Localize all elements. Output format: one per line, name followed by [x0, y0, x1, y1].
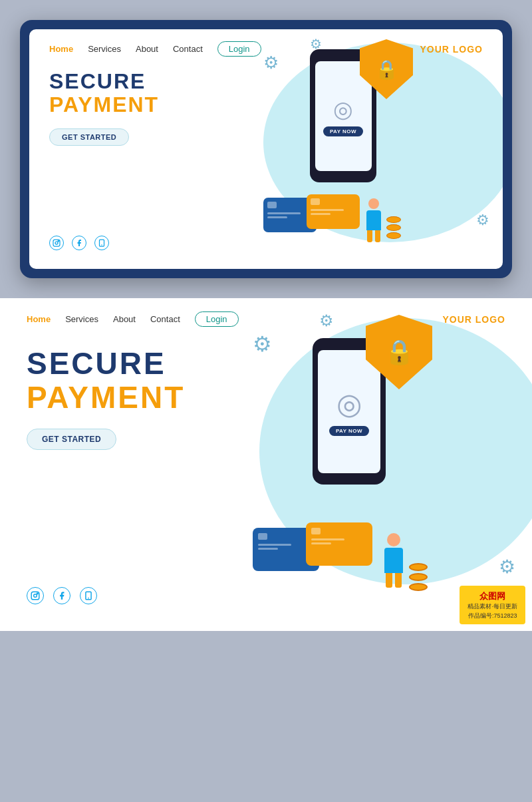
card-line-2: [267, 216, 287, 218]
card-chip-2: [311, 198, 320, 205]
coin-2-1: [409, 563, 428, 571]
nav-logo-bold-1: LOGO: [453, 44, 483, 55]
facebook-icon-2[interactable]: [53, 587, 70, 604]
watermark-id: 作品编号:7512823: [467, 612, 517, 621]
nav-contact-2[interactable]: Contact: [150, 314, 180, 324]
nav-contact-1[interactable]: Contact: [173, 44, 203, 54]
svg-point-1: [55, 242, 58, 244]
credit-card-yellow-1: [307, 194, 360, 229]
card-lines-2: [311, 209, 356, 215]
hero-title-payment-2: PAYMENT: [27, 381, 505, 415]
card-chip-4: [311, 528, 321, 534]
card-wrapper-2: Home Services About Contact Login YOUR L…: [0, 298, 532, 631]
cards-container-1: [263, 198, 360, 232]
person-leg-left-1: [367, 230, 372, 242]
person-illustration-1: [366, 198, 381, 242]
facebook-icon-1[interactable]: [72, 236, 86, 250]
cards-container-2: [253, 528, 372, 571]
nav-about-2[interactable]: About: [113, 314, 136, 324]
nav-services-1[interactable]: Services: [88, 44, 121, 54]
credit-card-yellow-2: [306, 522, 372, 566]
nav-logo-bold-2: LOGO: [475, 314, 505, 325]
navbar-2: Home Services About Contact Login YOUR L…: [0, 298, 532, 335]
get-started-btn-2[interactable]: GET STARTED: [27, 429, 116, 450]
person-leg-left-2: [386, 573, 392, 588]
card-chip-3: [258, 533, 267, 540]
landing-card-2: Home Services About Contact Login YOUR L…: [0, 298, 532, 631]
hero-title-secure-2: SECURE: [27, 347, 505, 381]
person-legs-1: [367, 230, 380, 242]
card-line-3: [311, 209, 344, 211]
person-legs-2: [386, 573, 402, 588]
nav-links-2: Home Services About Contact Login: [27, 311, 239, 327]
card-wrapper-1: Home Services About Contact Login YOUR L…: [20, 20, 512, 278]
hero-title-payment-1: PAYMENT: [49, 93, 483, 116]
instagram-icon-1[interactable]: [49, 236, 64, 250]
card-line-7: [311, 538, 344, 540]
card-line-8: [311, 542, 331, 544]
coin-2-2: [409, 573, 428, 581]
card-lines-1: [267, 212, 313, 218]
coin-2-3: [409, 583, 428, 591]
svg-point-6: [34, 594, 37, 598]
svg-point-2: [58, 241, 59, 242]
nav-logo-1: YOUR LOGO: [420, 44, 483, 55]
nav-home-2[interactable]: Home: [27, 314, 51, 324]
coin-3: [386, 232, 401, 239]
nav-about-1[interactable]: About: [136, 44, 158, 54]
nav-logo-text-2: YOUR: [442, 314, 475, 325]
svg-point-7: [37, 593, 38, 594]
nav-login-1[interactable]: Login: [217, 41, 261, 57]
instagram-icon-2[interactable]: [27, 587, 44, 604]
person-head-1: [368, 198, 379, 209]
card-chip-1: [267, 202, 277, 208]
watermark-tag: 精品素材·每日更新: [467, 602, 517, 612]
nav-services-2[interactable]: Services: [65, 314, 98, 324]
watermark-site: 众图网: [467, 590, 517, 603]
mobile-icon-2[interactable]: [80, 587, 97, 604]
coin-1: [386, 216, 401, 223]
person-leg-right-1: [375, 230, 380, 242]
nav-login-2[interactable]: Login: [195, 311, 239, 327]
social-icons-2: [27, 587, 97, 604]
card-line-1: [267, 212, 301, 214]
nav-logo-2: YOUR LOGO: [442, 314, 505, 325]
landing-card-1: Home Services About Contact Login YOUR L…: [29, 29, 503, 269]
navbar-1: Home Services About Contact Login YOUR L…: [29, 29, 503, 63]
person-leg-right-2: [395, 573, 402, 588]
hero-content-2: SECURE PAYMENT GET STARTED: [0, 335, 532, 450]
person-body-1: [366, 210, 381, 230]
gear-icon-3: ⚙: [476, 212, 489, 229]
card-lines-4: [311, 538, 367, 544]
person-body-2: [384, 548, 403, 573]
nav-home-1[interactable]: Home: [49, 44, 73, 54]
coins-illustration-2: [409, 563, 428, 591]
social-icons-1: [49, 236, 109, 250]
card-line-5: [258, 544, 291, 546]
mobile-icon-1[interactable]: [94, 236, 109, 250]
card-line-4: [311, 213, 331, 215]
hero-content-1: SECURE PAYMENT GET STARTED: [29, 63, 503, 146]
coin-2: [386, 224, 401, 231]
card-line-6: [258, 548, 278, 550]
gear-icon-2-3: ⚙: [499, 556, 515, 578]
hero-title-secure-1: SECURE: [49, 70, 483, 93]
get-started-btn-1[interactable]: GET STARTED: [49, 128, 129, 146]
person-illustration-2: [384, 533, 403, 588]
coins-illustration-1: [386, 216, 401, 239]
watermark-overlay: 众图网 精品素材·每日更新 作品编号:7512823: [460, 586, 525, 625]
nav-links-1: Home Services About Contact Login: [49, 41, 261, 57]
person-head-2: [387, 533, 400, 546]
nav-logo-text-1: YOUR: [420, 44, 452, 55]
